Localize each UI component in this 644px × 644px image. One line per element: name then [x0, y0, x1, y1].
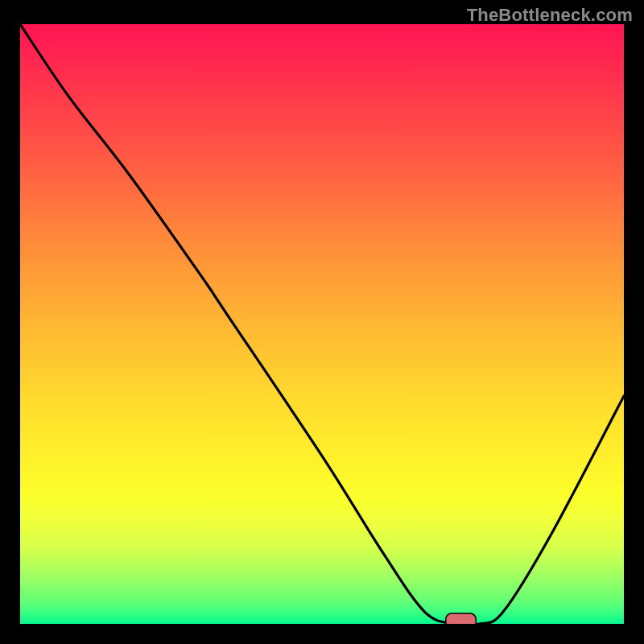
- optimal-marker: [446, 613, 477, 624]
- chart-overlay: 0 100 0 100 line bottleneck-curve: [20, 24, 624, 624]
- bottleneck-curve: [20, 24, 624, 624]
- chart-plot-area: 0 100 0 100 line bottleneck-curve: [20, 24, 624, 624]
- watermark-text: TheBottleneck.com: [467, 5, 633, 26]
